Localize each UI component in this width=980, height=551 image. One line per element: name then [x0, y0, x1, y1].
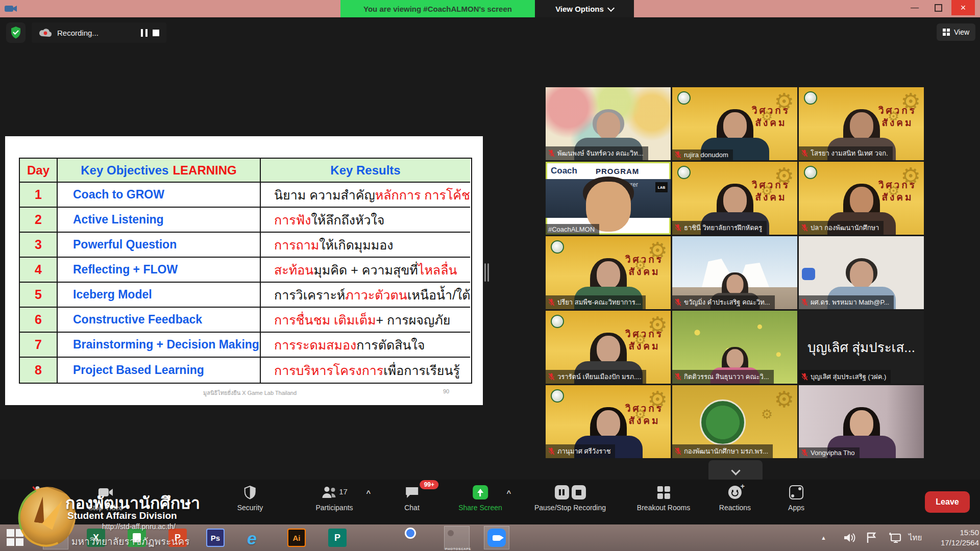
participant-tile[interactable]: ⚙⚙วิศวกรสังคมปรียา สมพืช-คณะวิทยาการ... — [546, 236, 671, 309]
leave-button[interactable]: Leave — [925, 491, 970, 513]
participant-name: rujira donudom — [684, 151, 728, 159]
view-label: View — [954, 28, 969, 36]
participant-namebar: กิตติวรรณ สินธุนาวา คณะวิ... — [672, 370, 774, 384]
participant-namebar: ปลา กองพัฒนานักศึกษา — [799, 221, 884, 235]
network-icon[interactable] — [888, 524, 902, 551]
mic-muted-icon — [675, 298, 681, 306]
participant-tile[interactable]: ⚙⚙วิศวกรสังคมธาชินี วิทยาลัยการฝึกหัดครู — [672, 162, 797, 235]
participant-namebar: Vongvipha Tho — [799, 447, 860, 458]
participants-label: Participants — [315, 504, 353, 512]
participant-tile[interactable]: ⚙⚙วิศวกรสังคมปลา กองพัฒนานักศึกษา — [799, 162, 924, 235]
grid-icon — [943, 29, 950, 36]
pause-recording-button[interactable] — [141, 29, 148, 37]
objective-cell: Brainstorming + Decision Making — [58, 333, 261, 358]
reactions-button[interactable]: + Reactions — [719, 485, 751, 512]
photoscape-icon[interactable]: PHOTOSCAPE — [449, 529, 468, 547]
breakout-rooms-button[interactable]: Breakout Rooms — [637, 485, 690, 512]
notepad-icon[interactable] — [369, 529, 387, 547]
photoshop-icon[interactable]: Ps — [206, 529, 225, 547]
participant-tile[interactable]: ⚙⚙วิศวกรสังคมวรารัตน์ เทียนเมืองปัก มรภ.… — [546, 311, 671, 384]
participant-namebar: ปรียา สมพืช-คณะวิทยาการ... — [546, 295, 646, 309]
university-emblem — [804, 166, 817, 179]
participants-caret[interactable]: ^ — [366, 489, 371, 497]
participant-tile[interactable]: บุญเลิศ สุ่มประเส...บุญเลิศ สุ่มประเสริฐ… — [799, 311, 924, 384]
participant-name: ภานุมาศ ศรีวังราช — [557, 446, 610, 457]
view-options-label: View Options — [555, 5, 604, 13]
view-options-button[interactable]: View Options — [535, 0, 634, 17]
participant-namebar: rujira donudom — [672, 149, 733, 160]
university-emblem — [551, 389, 564, 403]
participant-name: ผศ.ดร. พรหมมา Math@P... — [811, 297, 889, 308]
participant-tile[interactable]: พัฒนพงษ์ จันทร์ควง คณะวิท... — [546, 87, 671, 160]
volume-icon[interactable] — [843, 524, 856, 551]
apps-button[interactable]: Apps — [788, 485, 804, 512]
close-button[interactable]: × — [951, 0, 975, 15]
table-row: 2Active Listeningการฟัง ให้ลึกถึงหัวใจ — [20, 208, 471, 233]
stop-recording-button[interactable] — [153, 30, 159, 36]
stop-icon[interactable] — [572, 485, 586, 499]
day-cell: 8 — [20, 358, 58, 383]
chat-icon — [405, 486, 419, 499]
minimize-button[interactable]: — — [904, 0, 925, 15]
participant-tile[interactable]: ⚙⚙กองพัฒนานักศึกษา มรภ.พร... — [672, 385, 797, 458]
tray-expand-arrow[interactable]: ▲ — [821, 524, 826, 551]
zoom-meeting-window: You are viewing #CoachALMON's screen Vie… — [0, 0, 980, 551]
header-results: Key Results — [261, 159, 470, 183]
participant-name: ปลา กองพัฒนานักศึกษา — [811, 222, 879, 233]
result-cell: การระดมสมอง การตัดสินใจ — [261, 333, 470, 358]
view-layout-button[interactable]: View — [937, 23, 975, 41]
record-label: Pause/Stop Recording — [534, 504, 606, 512]
gear-icon: ⚙ — [774, 388, 794, 411]
participant-tile[interactable]: CoachPROGRAMurerLAB#CoachALMON — [546, 162, 671, 235]
mic-muted-icon — [675, 373, 681, 381]
participant-tile[interactable]: Vongvipha Tho — [799, 385, 924, 458]
panel-resize-handle[interactable] — [484, 263, 489, 282]
objective-cell: Reflecting + FLOW — [58, 258, 261, 283]
security-button[interactable]: Security — [237, 485, 263, 512]
clock[interactable]: 15:50 17/12/2564 — [930, 524, 979, 551]
participants-button[interactable]: 17 Participants — [315, 485, 353, 512]
participant-namebar: บุญเลิศ สุ่มประเสริฐ (วฝค.) — [799, 370, 891, 384]
chrome-icon[interactable] — [409, 529, 428, 547]
participant-namebar: พัฒนพงษ์ จันทร์ควง คณะวิท... — [546, 146, 648, 160]
maximize-button[interactable] — [928, 0, 948, 15]
publisher-icon[interactable]: P — [328, 529, 347, 547]
participant-tile[interactable]: ผศ.ดร. พรหมมา Math@P... — [799, 236, 924, 309]
objective-cell: Active Listening — [58, 208, 261, 233]
security-label: Security — [237, 504, 263, 512]
shared-screen-content: Day Key Objectives LEARNING Key Results … — [5, 136, 483, 405]
apps-label: Apps — [788, 504, 804, 512]
watermark-university: มหาวิทยาลัยราชภัฏพระนคร — [71, 534, 189, 549]
lesson-plan-table: Day Key Objectives LEARNING Key Results … — [19, 158, 472, 384]
pause-stop-recording-button[interactable]: Pause/Stop Recording — [534, 485, 606, 512]
share-screen-button[interactable]: Share Screen — [458, 485, 502, 512]
illustrator-icon[interactable]: Ai — [287, 529, 306, 547]
participant-tile[interactable]: ⚙⚙วิศวกรสังคมrujira donudom — [672, 87, 797, 160]
participant-tile[interactable]: กิตติวรรณ สินธุนาวา คณะวิ... — [672, 311, 797, 384]
participant-tile[interactable]: ⚙⚙วิศวกรสังคมโสรยา งามสนิท นิเทศ วจก. — [799, 87, 924, 160]
language-indicator[interactable]: ไทย — [909, 524, 922, 551]
internet-explorer-icon[interactable]: e — [247, 529, 265, 547]
mic-muted-icon — [675, 151, 681, 159]
participant-name: ขวัญมิ่ง คำประเสริฐ คณะวิท... — [684, 297, 770, 308]
table-body: 1Coach to GROWนิยาม ความสำคัญ หลักการ กา… — [20, 183, 471, 383]
participant-name: พัฒนพงษ์ จันทร์ควง คณะวิท... — [557, 148, 644, 159]
mic-muted-icon — [548, 373, 555, 381]
security-shield-button[interactable] — [6, 22, 26, 43]
day-cell: 3 — [20, 233, 58, 258]
university-emblem — [551, 315, 564, 328]
share-options-caret[interactable]: ^ — [507, 489, 511, 497]
day-cell: 1 — [20, 183, 58, 208]
participant-tile[interactable]: ขวัญมิ่ง คำประเสริฐ คณะวิท... — [672, 236, 797, 309]
mic-muted-icon — [801, 149, 808, 157]
chat-button[interactable]: 99+ Chat — [404, 485, 420, 512]
university-emblem — [677, 91, 691, 105]
pause-icon[interactable] — [555, 485, 569, 499]
result-cell: การฟัง ให้ลึกถึงหัวใจ — [261, 208, 470, 233]
participant-tile[interactable]: ⚙⚙วิศวกรสังคมภานุมาศ ศรีวังราช — [546, 385, 671, 458]
cloud-recording-icon — [39, 28, 52, 37]
tray-date: 17/12/2564 — [941, 538, 979, 548]
zoom-app-icon[interactable] — [487, 529, 506, 547]
header-objectives-red: LEARNING — [173, 163, 236, 178]
video-gallery: พัฒนพงษ์ จันทร์ควง คณะวิท...⚙⚙วิศวกรสังค… — [546, 87, 924, 458]
